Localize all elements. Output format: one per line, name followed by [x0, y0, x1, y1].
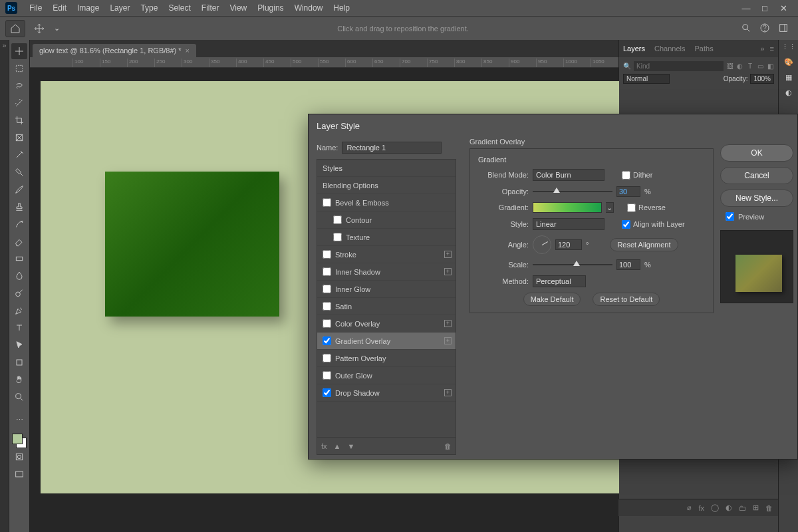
reset-default-button[interactable]: Reset to Default	[593, 293, 660, 306]
menu-plugins[interactable]: Plugins	[252, 3, 289, 13]
move-tool[interactable]	[11, 43, 27, 59]
add-effect-icon[interactable]: +	[444, 320, 452, 327]
menu-window[interactable]: Window	[289, 3, 329, 13]
style-row-inner-glow[interactable]: Inner Glow	[317, 281, 456, 298]
style-checkbox[interactable]	[323, 302, 331, 311]
opacity-slider[interactable]	[533, 188, 612, 196]
move-up-icon[interactable]: ▲	[334, 442, 341, 450]
style-checkbox[interactable]	[323, 250, 331, 259]
menu-select[interactable]: Select	[163, 3, 196, 13]
panel-menu-icon[interactable]: ≡	[770, 45, 774, 53]
style-checkbox[interactable]	[333, 233, 342, 241]
edit-toolbar-icon[interactable]: ⋯	[11, 412, 27, 428]
style-checkbox[interactable]	[323, 319, 331, 328]
filter-shape-icon[interactable]: ▭	[757, 63, 764, 70]
style-row-bevel-emboss[interactable]: Bevel & Emboss	[317, 194, 456, 211]
wand-tool[interactable]	[11, 95, 27, 111]
screen-mode-icon[interactable]	[11, 466, 27, 482]
blur-tool[interactable]	[11, 268, 27, 284]
stamp-tool[interactable]	[11, 199, 27, 215]
scale-input[interactable]	[616, 259, 640, 270]
shape-tool[interactable]	[11, 354, 27, 370]
close-icon[interactable]: ✕	[774, 3, 793, 13]
eraser-tool[interactable]	[11, 233, 27, 249]
new-layer-icon[interactable]: ⊞	[753, 503, 759, 512]
dropdown-icon[interactable]: ⌄	[50, 22, 63, 35]
angle-dial[interactable]	[533, 235, 551, 254]
quick-mask-icon[interactable]	[11, 449, 27, 465]
angle-input[interactable]	[555, 239, 582, 250]
mask-icon[interactable]: ◯	[711, 503, 719, 512]
move-down-icon[interactable]: ▼	[347, 442, 354, 450]
document-tab[interactable]: glow text @ 81.6% (Rectangle 1, RGB/8#) …	[33, 44, 196, 57]
gradient-dropdown-icon[interactable]: ⌄	[606, 202, 614, 213]
layer-name-input[interactable]	[342, 142, 442, 154]
crop-tool[interactable]	[11, 112, 27, 128]
search-icon[interactable]	[741, 23, 751, 35]
style-checkbox[interactable]	[333, 215, 342, 224]
scale-slider[interactable]	[533, 261, 612, 269]
style-row-satin[interactable]: Satin	[317, 298, 456, 315]
style-dropdown[interactable]: Linear	[533, 218, 604, 230]
style-row-texture[interactable]: Texture	[317, 229, 456, 246]
delete-style-icon[interactable]: 🗑	[444, 442, 452, 450]
add-effect-icon[interactable]: +	[444, 268, 452, 275]
filter-type-icon[interactable]: T	[746, 63, 753, 70]
hand-tool[interactable]	[11, 372, 27, 388]
adjustments-panel-icon[interactable]: ◐	[785, 88, 792, 97]
blending-options[interactable]: Blending Options	[317, 177, 456, 194]
gradient-preview[interactable]	[533, 202, 602, 213]
filter-adjust-icon[interactable]: ◐	[736, 63, 743, 70]
style-checkbox[interactable]	[323, 354, 331, 362]
add-effect-icon[interactable]: +	[444, 389, 452, 396]
style-row-outer-glow[interactable]: Outer Glow	[317, 367, 456, 384]
move-tool-icon[interactable]	[33, 22, 46, 35]
opacity-input[interactable]	[616, 186, 640, 197]
align-checkbox[interactable]	[622, 220, 630, 229]
fx-menu-icon[interactable]: fx	[321, 442, 327, 450]
lasso-tool[interactable]	[11, 78, 27, 94]
blend-mode-dropdown[interactable]: Color Burn	[533, 169, 604, 181]
tab-paths[interactable]: Paths	[695, 45, 714, 53]
make-default-button[interactable]: Make Default	[523, 293, 581, 306]
history-brush-tool[interactable]	[11, 216, 27, 232]
adjustment-icon[interactable]: ◐	[726, 503, 732, 512]
pen-tool[interactable]	[11, 303, 27, 319]
swatches-panel-icon[interactable]: ▦	[785, 73, 792, 82]
collapsed-panel-icon[interactable]: ⋮⋮	[781, 43, 796, 51]
menu-layer[interactable]: Layer	[104, 3, 135, 13]
style-checkbox[interactable]	[323, 388, 331, 397]
reverse-checkbox[interactable]	[627, 203, 636, 212]
tab-layers[interactable]: Layers	[623, 45, 645, 53]
dither-checkbox[interactable]	[622, 171, 630, 180]
home-button[interactable]	[5, 20, 25, 37]
filter-image-icon[interactable]: 🖼	[726, 63, 733, 70]
style-row-gradient-overlay[interactable]: Gradient Overlay+	[317, 332, 456, 350]
menu-type[interactable]: Type	[135, 3, 163, 13]
opacity-value[interactable]: 100%	[750, 74, 774, 84]
heal-tool[interactable]	[11, 164, 27, 180]
minimize-icon[interactable]: —	[737, 3, 755, 13]
style-checkbox[interactable]	[323, 198, 331, 207]
new-style-button[interactable]: New Style...	[720, 190, 793, 207]
style-checkbox[interactable]	[323, 285, 331, 293]
tab-channels[interactable]: Channels	[654, 45, 685, 53]
path-select-tool[interactable]	[11, 337, 27, 353]
reset-alignment-button[interactable]: Reset Alignment	[610, 238, 678, 251]
marquee-tool[interactable]	[11, 61, 27, 76]
add-effect-icon[interactable]: +	[444, 337, 452, 344]
menu-image[interactable]: Image	[72, 3, 104, 13]
layer-filter-input[interactable]	[634, 61, 724, 71]
style-row-drop-shadow[interactable]: Drop Shadow+	[317, 384, 456, 402]
style-row-pattern-overlay[interactable]: Pattern Overlay	[317, 350, 456, 367]
close-tab-icon[interactable]: ×	[186, 47, 190, 55]
style-row-color-overlay[interactable]: Color Overlay+	[317, 315, 456, 332]
group-icon[interactable]: 🗀	[739, 504, 746, 512]
maximize-icon[interactable]: □	[755, 3, 774, 13]
style-checkbox[interactable]	[323, 336, 331, 345]
rectangle-shape[interactable]	[105, 172, 279, 317]
ok-button[interactable]: OK	[720, 144, 793, 162]
menu-view[interactable]: View	[224, 3, 252, 13]
dodge-tool[interactable]	[11, 285, 27, 301]
help-icon[interactable]	[759, 23, 770, 35]
